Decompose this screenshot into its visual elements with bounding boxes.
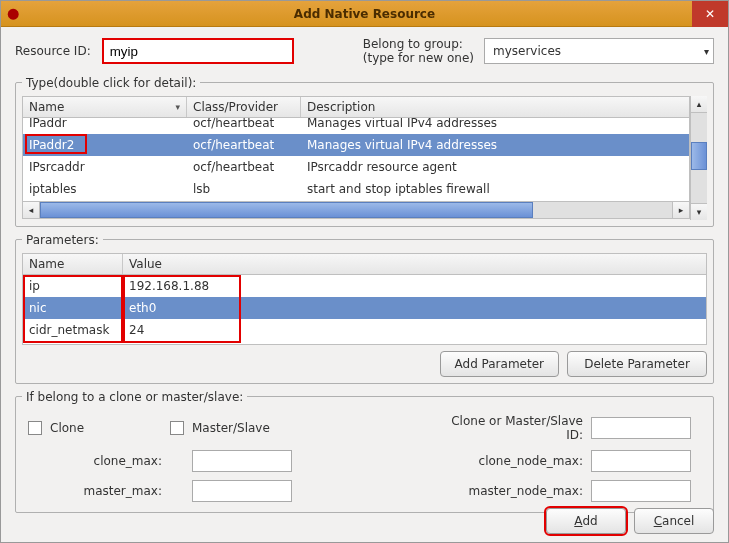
- titlebar: ⬤ Add Native Resource ✕: [1, 1, 728, 27]
- table-row[interactable]: ip 192.168.1.88: [23, 275, 706, 297]
- type-col-name[interactable]: Name ▾: [23, 97, 187, 117]
- table-row[interactable]: IPsrcaddr ocf/heartbeat IPsrcaddr resour…: [23, 156, 689, 178]
- parameters-fieldset: Parameters: Name Value ip 192.168.1.88 n…: [15, 233, 714, 384]
- scroll-thumb[interactable]: [40, 202, 533, 218]
- master-max-input[interactable]: [192, 480, 292, 502]
- table-row[interactable]: nic eth0: [23, 297, 706, 319]
- clone-checkbox[interactable]: [28, 421, 42, 435]
- belong-group-label-2: (type for new one): [363, 51, 474, 65]
- resource-id-label: Resource ID:: [15, 44, 91, 58]
- param-grid-header: Name Value: [22, 253, 707, 275]
- cancel-button[interactable]: Cancel: [634, 508, 714, 534]
- close-icon[interactable]: ✕: [692, 1, 728, 27]
- type-grid-header: Name ▾ Class/Provider Description: [22, 96, 690, 118]
- clone-label: Clone: [50, 421, 170, 435]
- type-legend: Type(double click for detail):: [22, 76, 200, 90]
- table-row[interactable]: iptables lsb start and stop iptables fir…: [23, 178, 689, 200]
- v-scrollbar[interactable]: ▴ ▾: [690, 96, 707, 220]
- type-col-class[interactable]: Class/Provider: [187, 97, 301, 117]
- scroll-left-icon[interactable]: ◂: [23, 202, 40, 218]
- window-title: Add Native Resource: [294, 7, 435, 21]
- resource-id-input[interactable]: [103, 39, 293, 63]
- clone-id-label: Clone or Master/Slave ID:: [441, 414, 591, 442]
- delete-parameter-button[interactable]: Delete Parameter: [567, 351, 707, 377]
- group-combobox-value: myservices: [493, 44, 561, 58]
- clone-max-label: clone_max:: [50, 454, 170, 468]
- master-node-max-label: master_node_max:: [441, 484, 591, 498]
- belong-group-label-1: Belong to group:: [363, 37, 474, 51]
- add-button[interactable]: Add: [546, 508, 626, 534]
- table-row[interactable]: IPaddr2 ocf/heartbeat Manages virtual IP…: [23, 134, 689, 156]
- scroll-thumb[interactable]: [691, 142, 707, 170]
- master-slave-label: Master/Slave: [192, 421, 322, 435]
- param-col-value[interactable]: Value: [123, 254, 706, 274]
- clone-node-max-input[interactable]: [591, 450, 691, 472]
- table-row[interactable]: IPaddr ocf/heartbeat Manages virtual IPv…: [23, 118, 689, 134]
- clone-fieldset: If belong to a clone or master/slave: Cl…: [15, 390, 714, 513]
- table-row[interactable]: cidr_netmask 24: [23, 319, 706, 341]
- parameters-legend: Parameters:: [22, 233, 103, 247]
- clone-legend: If belong to a clone or master/slave:: [22, 390, 247, 404]
- clone-id-input[interactable]: [591, 417, 691, 439]
- param-col-name[interactable]: Name: [23, 254, 123, 274]
- top-row: Resource ID: Belong to group: (type for …: [15, 37, 714, 66]
- dialog-window: ⬤ Add Native Resource ✕ Resource ID: Bel…: [0, 0, 729, 543]
- type-grid-body[interactable]: IPaddr ocf/heartbeat Manages virtual IPv…: [22, 118, 690, 202]
- scroll-up-icon[interactable]: ▴: [691, 96, 707, 113]
- add-parameter-button[interactable]: Add Parameter: [440, 351, 559, 377]
- chevron-down-icon: ▾: [175, 102, 180, 112]
- master-max-label: master_max:: [50, 484, 170, 498]
- belong-group-label: Belong to group: (type for new one): [363, 37, 474, 66]
- scroll-right-icon[interactable]: ▸: [672, 202, 689, 218]
- clone-node-max-label: clone_node_max:: [441, 454, 591, 468]
- chevron-down-icon: ▾: [704, 46, 709, 57]
- app-icon: ⬤: [7, 7, 19, 20]
- clone-max-input[interactable]: [192, 450, 292, 472]
- type-fieldset: Type(double click for detail): Name ▾ Cl…: [15, 76, 714, 227]
- type-col-desc[interactable]: Description: [301, 97, 689, 117]
- param-grid-body[interactable]: ip 192.168.1.88 nic eth0 cidr_netmask 24: [22, 275, 707, 345]
- group-combobox[interactable]: myservices ▾: [484, 38, 714, 64]
- master-node-max-input[interactable]: [591, 480, 691, 502]
- h-scrollbar[interactable]: ◂ ▸: [22, 202, 690, 219]
- master-slave-checkbox[interactable]: [170, 421, 184, 435]
- scroll-down-icon[interactable]: ▾: [691, 203, 707, 220]
